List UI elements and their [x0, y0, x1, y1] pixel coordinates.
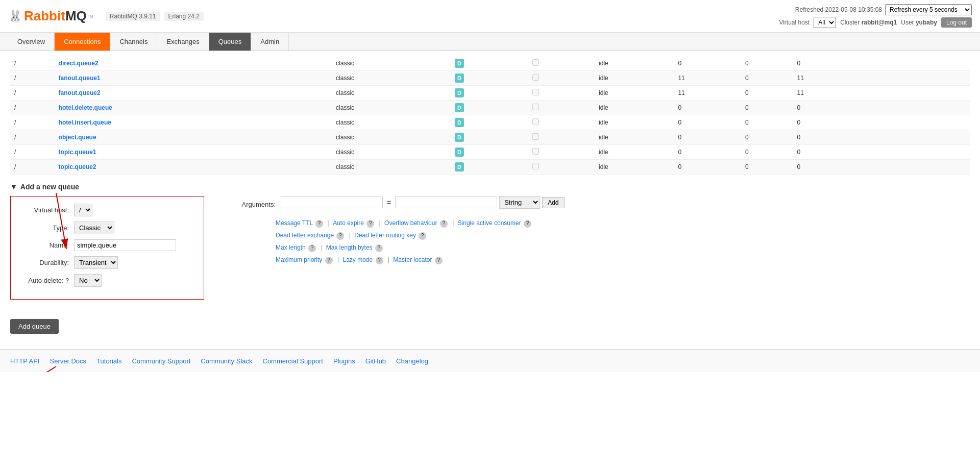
extra1 [860, 115, 897, 130]
queue-name-cell[interactable]: object.queue [55, 130, 332, 145]
vhost-cell: / [10, 115, 55, 130]
single-active-consumer-link[interactable]: Single active consumer [458, 219, 521, 227]
virtual-host-form-label: Virtual host: [18, 206, 69, 214]
dead-letter-routing-key-link[interactable]: Dead letter routing key [354, 232, 416, 239]
vhost-cell: / [10, 71, 55, 86]
state-cell: idle [595, 145, 674, 160]
single-active-help[interactable]: ? [524, 220, 531, 228]
unacked-cell: 0 [741, 71, 793, 86]
nav-exchanges[interactable]: Exchanges [157, 33, 209, 51]
sep7: | [388, 256, 389, 263]
d-badge: D [455, 148, 464, 157]
type-cell: classic [332, 115, 451, 130]
master-locator-link[interactable]: Master locator [393, 256, 432, 263]
auto-delete-help[interactable]: ? [65, 277, 69, 284]
footer-community-slack[interactable]: Community Slack [201, 357, 252, 365]
auto-delete-row: Auto delete: ? No Yes [18, 274, 197, 287]
max-length-help[interactable]: ? [308, 244, 316, 252]
nav-overview[interactable]: Overview [8, 33, 55, 51]
footer: HTTP API Server Docs Tutorials Community… [0, 349, 980, 372]
excl-cell [528, 86, 595, 101]
args-key-input[interactable] [281, 196, 383, 208]
nav-admin[interactable]: Admin [251, 33, 289, 51]
dead-letter-exchange-link[interactable]: Dead letter exchange [276, 232, 334, 239]
footer-community-support[interactable]: Community Support [132, 357, 190, 365]
args-type-select[interactable]: String Number Boolean [499, 196, 540, 209]
queue-name-cell[interactable]: fanout.queue1 [55, 71, 332, 86]
footer-server-docs[interactable]: Server Docs [50, 357, 87, 365]
state-cell: idle [595, 130, 674, 145]
footer-plugins[interactable]: Plugins [333, 357, 355, 365]
durability-select[interactable]: Transient Durable [74, 256, 118, 269]
extra2 [897, 71, 934, 86]
add-queue-button[interactable]: Add queue [10, 319, 59, 334]
queue-name-cell[interactable]: topic.queue1 [55, 145, 332, 160]
vhost-cell: / [10, 160, 55, 175]
args-value-input[interactable] [395, 196, 497, 208]
type-form-label: Type: [18, 224, 69, 232]
max-priority-help[interactable]: ? [325, 257, 333, 264]
extra1 [860, 160, 897, 175]
unacked-cell: 0 [741, 160, 793, 175]
table-row: / hotel.delete.queue classic D idle 0 0 … [10, 101, 970, 115]
dl-routing-help[interactable]: ? [419, 232, 426, 240]
ready-cell: 11 [674, 86, 741, 101]
refresh-select[interactable]: Refresh every 5 seconds Refresh every 10… [885, 4, 972, 15]
form-virtual-host-select[interactable]: / [74, 204, 92, 216]
logo-rabbit: Rabbit [24, 8, 65, 23]
auto-delete-select[interactable]: No Yes [74, 274, 102, 287]
queue-name-cell[interactable]: topic.queue2 [55, 160, 332, 175]
maximum-priority-link[interactable]: Maximum priority [276, 256, 322, 263]
queue-name-cell[interactable]: direct.queue2 [55, 56, 332, 71]
queue-name-cell[interactable]: hotel.insert.queue [55, 115, 332, 130]
rabbit-icon: 🐰 [8, 10, 22, 23]
add-queue-section-title[interactable]: ▼ Add a new queue [10, 183, 970, 191]
total-cell: 0 [793, 101, 860, 115]
nav-channels[interactable]: Channels [110, 33, 157, 51]
arguments-label: Arguments: [225, 201, 276, 208]
footer-changelog[interactable]: Changelog [396, 357, 428, 365]
name-input[interactable] [74, 239, 176, 251]
max-length-link[interactable]: Max length [276, 244, 306, 251]
dl-exchange-help[interactable]: ? [336, 232, 344, 240]
unacked-cell: 0 [741, 130, 793, 145]
overflow-behaviour-link[interactable]: Overflow behaviour [384, 219, 437, 227]
auto-expire-help[interactable]: ? [366, 220, 374, 228]
logout-button[interactable]: Log out [941, 17, 972, 28]
extra1 [860, 86, 897, 101]
nav-connections[interactable]: Connections [55, 33, 110, 51]
vhost-cell: / [10, 145, 55, 160]
extra1 [860, 71, 897, 86]
extra3 [933, 86, 970, 101]
refreshed-text: Refreshed 2022-05-08 10:35:08 [795, 6, 882, 13]
queue-name-cell[interactable]: fanout.queue2 [55, 86, 332, 101]
extra3 [933, 160, 970, 175]
form-type-select[interactable]: Classic Quorum [74, 222, 114, 234]
args-add-button[interactable]: Add [542, 197, 564, 208]
footer-github[interactable]: GitHub [365, 357, 386, 365]
type-row: Type: Classic Quorum [18, 222, 197, 234]
extra3 [933, 101, 970, 115]
auto-expire-link[interactable]: Auto expire [333, 219, 364, 227]
table-row: / topic.queue2 classic D idle 0 0 0 [10, 160, 970, 175]
vhost-cell: / [10, 130, 55, 145]
extra2 [897, 101, 934, 115]
message-ttl-help[interactable]: ? [315, 220, 323, 228]
nav-queues[interactable]: Queues [209, 33, 252, 51]
extra1 [860, 56, 897, 71]
footer-http-api[interactable]: HTTP API [10, 357, 40, 365]
footer-tutorials[interactable]: Tutorials [96, 357, 121, 365]
lazy-mode-link[interactable]: Lazy mode [343, 256, 373, 263]
max-length-bytes-help[interactable]: ? [375, 244, 383, 252]
message-ttl-link[interactable]: Message TTL [276, 219, 313, 227]
refresh-row: Refreshed 2022-05-08 10:35:08 Refresh ev… [779, 4, 972, 15]
overflow-help[interactable]: ? [440, 220, 448, 228]
queue-name-cell[interactable]: hotel.delete.queue [55, 101, 332, 115]
master-locator-help[interactable]: ? [435, 257, 443, 264]
auto-delete-label: Auto delete: ? [18, 275, 69, 287]
ready-cell: 0 [674, 56, 741, 71]
max-length-bytes-link[interactable]: Max length bytes [326, 244, 373, 251]
footer-commercial-support[interactable]: Commercial Support [263, 357, 324, 365]
lazy-mode-help[interactable]: ? [376, 257, 383, 264]
virtual-host-select[interactable]: All / [814, 17, 836, 28]
